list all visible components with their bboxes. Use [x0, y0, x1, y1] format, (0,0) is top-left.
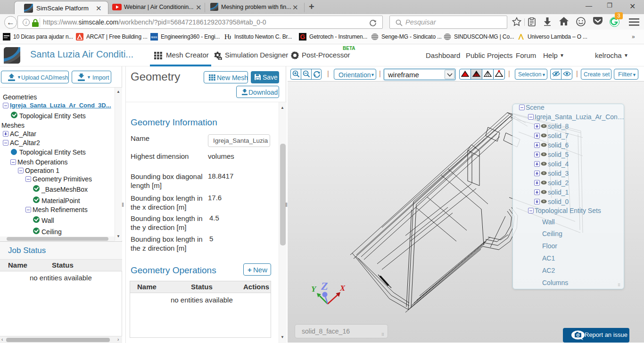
- svg-text:G: G: [300, 33, 305, 41]
- svg-text:Ƕ: Ƕ: [224, 33, 231, 41]
- svg-text:Z: Z: [321, 280, 328, 292]
- svg-text:IEEE: IEEE: [151, 36, 157, 39]
- svg-text:X: X: [339, 284, 346, 293]
- svg-text:Y: Y: [311, 285, 317, 294]
